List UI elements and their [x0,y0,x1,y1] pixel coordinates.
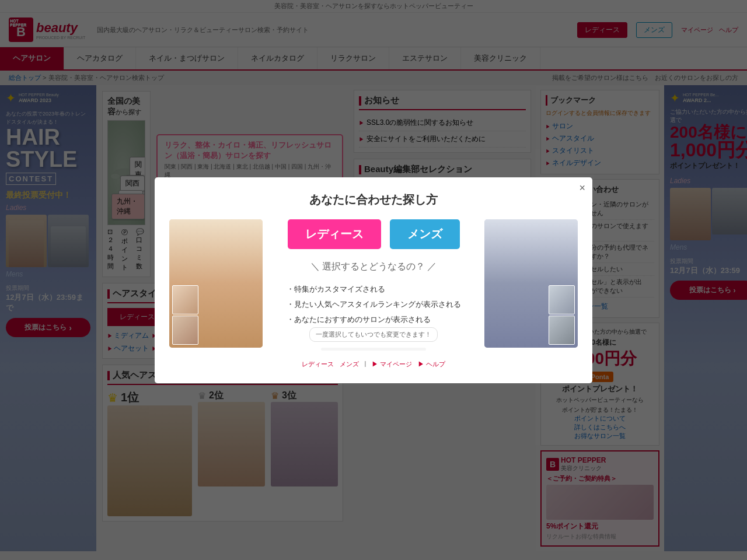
modal-desc-item-1: 特集がカスタマイズされる [287,282,461,297]
modal-close-button[interactable]: × [579,182,585,194]
modal-female-photo [169,219,263,348]
modal-thumbnails-right [549,285,575,345]
modal-center-area: レディース メンズ ＼ 選択するとどうなるの？ ／ 特集がカスタマイズされる 見… [271,219,476,369]
modal-question: ＼ 選択するとどうなるの？ ／ [310,261,437,273]
modal-thumbnails-left [172,285,198,345]
modal-gender-buttons: レディース メンズ [288,219,460,249]
modal-footer-links: レディース メンズ | ▶ マイページ ▶ ヘルプ [302,360,446,369]
modal-help-link[interactable]: ▶ ヘルプ [418,360,445,369]
modal-male-photo [484,219,578,348]
modal-footer-mens[interactable]: メンズ [340,360,359,369]
modal-footer-separator: | [365,360,366,369]
modal-progress-bar [321,348,426,351]
modal-change-note: 一度選択してもいつでも変更できます！ [309,327,438,342]
modal-title: あなたに合わせた探し方 [169,192,578,208]
modal-desc: 特集がカスタマイズされる 見たい人気ヘアスタイルランキングが表示される あなたに… [287,282,461,327]
modal-ladies-button[interactable]: レディース [288,219,381,249]
modal-mens-button[interactable]: メンズ [390,219,460,249]
overlay[interactable]: × あなたに合わせた探し方 レディース メンズ [0,0,747,551]
modal-desc-item-3: あなたにおすすめのサロンが表示される [287,312,461,327]
modal-desc-item-2: 見たい人気ヘアスタイルランキングが表示される [287,297,461,312]
modal-left-area [169,219,263,369]
modal-dialog: × あなたに合わせた探し方 レディース メンズ [155,177,592,383]
modal-footer-ladies[interactable]: レディース [302,360,334,369]
modal-content: レディース メンズ ＼ 選択するとどうなるの？ ／ 特集がカスタマイズされる 見… [169,219,578,369]
modal-mypage-link[interactable]: ▶ マイページ [372,360,412,369]
modal-right-area [484,219,578,369]
